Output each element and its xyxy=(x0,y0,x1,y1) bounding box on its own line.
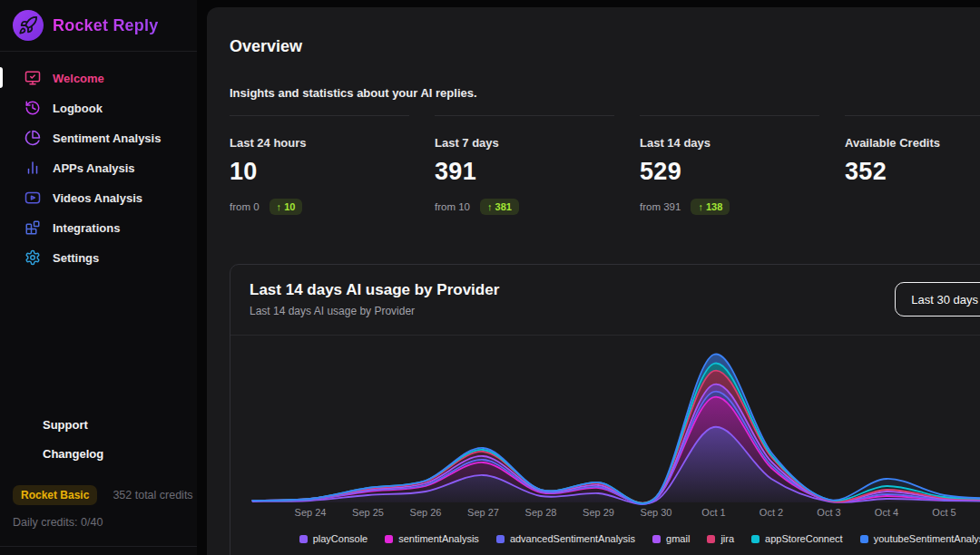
x-tick-label: Oct 3 xyxy=(817,507,840,518)
chart-legend: playConsolesentimentAnalysisadvancedSent… xyxy=(256,533,980,544)
sidebar-item-label: Videos Analysis xyxy=(53,191,142,205)
stat-from: from 10 xyxy=(435,201,470,212)
legend-label: youtubeSentimentAnalysis xyxy=(874,533,980,544)
main-panel: Overview Insights and statistics about y… xyxy=(207,7,980,555)
stat-divider xyxy=(845,115,980,116)
area-line-youtubeSentimentAnalysis xyxy=(253,354,980,503)
legend-item-appStoreConnect[interactable]: appStoreConnect xyxy=(751,533,843,544)
sidebar-item-logbook[interactable]: Logbook xyxy=(0,93,197,122)
x-tick-label: Oct 1 xyxy=(701,507,725,518)
sidebar-item-apps-analysis[interactable]: APPs Analysis xyxy=(0,153,197,182)
stat-label: Last 24 hours xyxy=(230,136,435,150)
area-band-youtubeSentimentAnalysis xyxy=(253,354,980,503)
stat-label: Available Credits xyxy=(845,136,980,150)
rocket-logo-icon xyxy=(13,10,44,41)
stat-value: 352 xyxy=(845,158,980,186)
sidebar-divider xyxy=(0,546,197,547)
legend-label: gmail xyxy=(666,533,690,544)
page-subtitle: Insights and statistics about your AI re… xyxy=(230,86,477,100)
stat-change-badge: ↑ 10 xyxy=(270,199,303,215)
stats-row: Last 24 hours10from 0↑ 10Last 7 days391f… xyxy=(230,115,980,216)
sidebar-item-label: Welcome xyxy=(53,72,104,85)
stat-change-badge: ↑ 138 xyxy=(691,199,730,215)
legend-swatch xyxy=(751,535,760,543)
stat-value: 529 xyxy=(640,158,845,186)
legend-label: playConsole xyxy=(313,533,368,544)
x-tick-label: Sep 30 xyxy=(641,507,672,518)
chart-card: Last 14 days AI usage by Provider Last 1… xyxy=(230,264,980,555)
daily-credits: Daily credits: 0/40 xyxy=(13,516,103,529)
gear-icon xyxy=(24,249,41,266)
stat-from: from 391 xyxy=(640,201,681,212)
x-tick-label: Sep 27 xyxy=(467,507,499,518)
sidebar-item-label: Settings xyxy=(53,251,99,265)
stat-value: 391 xyxy=(435,158,640,186)
stat-card: Last 7 days391from 10↑ 381 xyxy=(435,115,640,216)
area-chart[interactable]: Sep 24Sep 25Sep 26Sep 27Sep 28Sep 29Sep … xyxy=(232,336,980,529)
sidebar-nav: WelcomeLogbookSentiment AnalysisAPPs Ana… xyxy=(0,63,197,273)
changelog-link[interactable]: Changelog xyxy=(43,447,103,461)
brand-name: Rocket Reply xyxy=(53,16,158,35)
legend-item-jira[interactable]: jira xyxy=(707,533,734,544)
sidebar-item-integrations[interactable]: Integrations xyxy=(0,213,197,242)
area-line-appStoreConnect xyxy=(253,364,980,503)
sidebar-item-label: APPs Analysis xyxy=(53,161,135,175)
legend-item-youtubeSentimentAnalysis[interactable]: youtubeSentimentAnalysis xyxy=(860,533,980,544)
support-link[interactable]: Support xyxy=(43,418,88,432)
monitor-check-icon xyxy=(24,70,41,86)
sidebar-item-sentiment-analysis[interactable]: Sentiment Analysis xyxy=(0,123,197,152)
stat-card: Last 14 days529from 391↑ 138 xyxy=(640,115,845,216)
legend-swatch xyxy=(496,535,505,543)
sidebar: Rocket Reply WelcomeLogbookSentiment Ana… xyxy=(0,0,197,555)
legend-swatch xyxy=(385,535,393,543)
x-tick-label: Sep 24 xyxy=(295,507,327,518)
range-selector-button[interactable]: Last 30 days xyxy=(895,282,980,316)
stat-card: Available Credits352 xyxy=(845,115,980,216)
history-icon xyxy=(24,100,41,116)
legend-label: sentimentAnalysis xyxy=(398,533,479,544)
stat-change-badge: ↑ 381 xyxy=(480,199,519,215)
x-tick-label: Oct 2 xyxy=(760,507,783,518)
sidebar-item-label: Integrations xyxy=(53,221,120,235)
legend-label: appStoreConnect xyxy=(765,533,843,544)
stat-divider xyxy=(230,115,409,116)
x-tick-label: Sep 28 xyxy=(525,507,557,518)
sidebar-item-label: Sentiment Analysis xyxy=(53,131,161,145)
chart-card-header: Last 14 days AI usage by Provider Last 1… xyxy=(230,265,980,336)
legend-label: jira xyxy=(720,533,734,544)
stat-card: Last 24 hours10from 0↑ 10 xyxy=(230,115,435,216)
legend-swatch xyxy=(652,535,661,543)
legend-swatch xyxy=(299,535,308,543)
legend-label: advancedSentimentAnalysis xyxy=(510,533,635,544)
x-tick-label: Oct 5 xyxy=(932,507,956,518)
legend-swatch xyxy=(860,535,868,543)
blocks-icon xyxy=(24,219,41,236)
area-band-appStoreConnect xyxy=(253,364,980,503)
legend-item-playConsole[interactable]: playConsole xyxy=(299,533,368,544)
stat-divider xyxy=(640,115,819,116)
sidebar-item-settings[interactable]: Settings xyxy=(0,243,197,272)
x-tick-label: Sep 25 xyxy=(352,507,384,518)
brand[interactable]: Rocket Reply xyxy=(0,0,197,52)
sidebar-item-videos-analysis[interactable]: Videos Analysis xyxy=(0,183,197,212)
sidebar-item-label: Logbook xyxy=(53,102,103,115)
x-tick-label: Sep 26 xyxy=(410,507,442,518)
legend-item-sentimentAnalysis[interactable]: sentimentAnalysis xyxy=(385,533,479,544)
sidebar-item-welcome[interactable]: Welcome xyxy=(0,63,197,92)
page-title: Overview xyxy=(230,37,302,56)
x-tick-label: Oct 4 xyxy=(875,507,898,518)
x-tick-label: Sep 29 xyxy=(583,507,614,518)
legend-item-advancedSentimentAnalysis[interactable]: advancedSentimentAnalysis xyxy=(496,533,635,544)
video-icon xyxy=(24,190,41,206)
chart-subtitle: Last 14 days AI usage by Provider xyxy=(250,305,415,317)
stat-value: 10 xyxy=(230,158,435,186)
stat-divider xyxy=(435,115,614,116)
total-credits: 352 total credits xyxy=(113,489,192,501)
stat-label: Last 7 days xyxy=(435,136,640,150)
stat-from: from 0 xyxy=(230,201,260,212)
stat-label: Last 14 days xyxy=(640,136,845,150)
bar-chart-icon xyxy=(24,160,41,176)
plan-badge: Rocket Basic xyxy=(13,485,97,505)
legend-item-gmail[interactable]: gmail xyxy=(652,533,690,544)
chart-title: Last 14 days AI usage by Provider xyxy=(250,281,499,299)
